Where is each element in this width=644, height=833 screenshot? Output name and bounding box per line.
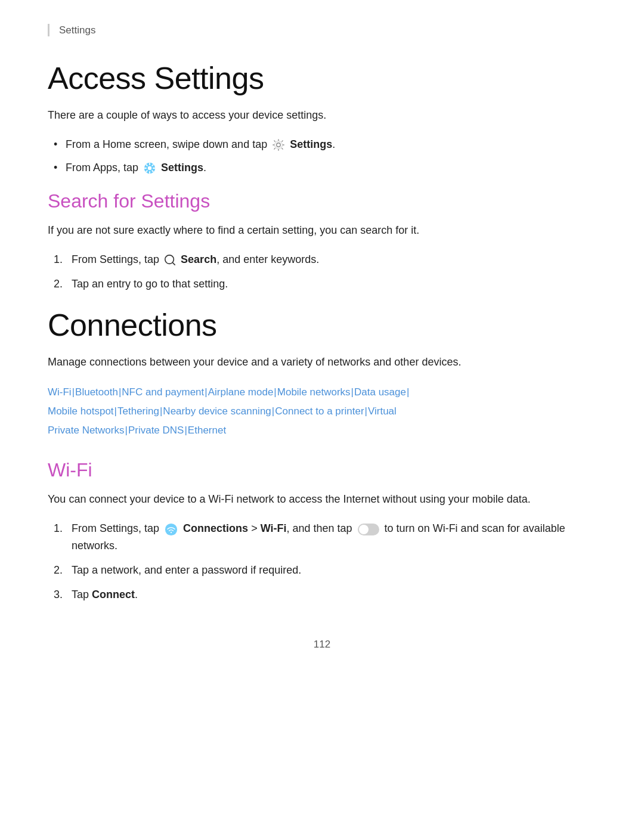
link-printer[interactable]: Connect to a printer: [275, 405, 364, 417]
wifi-step3-prefix: Tap: [72, 589, 89, 600]
access-settings-bullets: From a Home screen, swipe down and tap S…: [54, 136, 596, 176]
svg-line-5: [173, 263, 175, 265]
search-step1-bold: Search: [181, 253, 216, 265]
wifi-step1-bold1: Connections: [183, 522, 248, 534]
bullet2-bold: Settings: [161, 162, 203, 174]
bullet2-suffix: .: [203, 162, 206, 174]
search-step-2: 2. Tap an entry to go to that setting.: [54, 275, 596, 293]
link-vpn2[interactable]: Private Networks: [48, 425, 124, 436]
search-step1-prefix: From Settings, tap: [72, 253, 159, 265]
link-nfc[interactable]: NFC and payment: [122, 386, 204, 398]
link-wifi[interactable]: Wi-Fi: [48, 386, 72, 398]
wifi-step3-suffix: .: [135, 589, 138, 600]
search-step2-text: Tap an entry to go to that setting.: [72, 278, 228, 290]
connections-section: Connections Manage connections between y…: [48, 307, 596, 441]
access-settings-intro: There are a couple of ways to access you…: [48, 107, 596, 124]
gear-icon: [272, 138, 285, 151]
wifi-step1-middle: >: [251, 522, 261, 534]
wifi-step-2: 2. Tap a network, and enter a password i…: [54, 562, 596, 579]
wifi-step-1: 1. From Settings, tap Connections > Wi-F…: [54, 520, 596, 555]
wifi-step1-prefix: From Settings, tap: [72, 522, 159, 534]
connections-links: Wi-Fi|Bluetooth|NFC and payment|Airplane…: [48, 383, 596, 441]
bullet1-prefix: From a Home screen, swipe down and tap: [66, 138, 267, 150]
svg-point-9: [359, 525, 369, 534]
access-settings-title: Access Settings: [48, 60, 596, 96]
link-ethernet[interactable]: Ethernet: [188, 425, 226, 436]
wifi-step1-bold2: Wi-Fi: [261, 522, 287, 534]
svg-point-7: [171, 531, 172, 532]
connections-title: Connections: [48, 307, 596, 343]
link-data-usage[interactable]: Data usage: [354, 386, 406, 398]
link-bluetooth[interactable]: Bluetooth: [75, 386, 118, 398]
bullet1-bold: Settings: [290, 138, 332, 150]
access-settings-section: Access Settings There are a couple of wa…: [48, 60, 596, 176]
search-settings-intro: If you are not sure exactly where to fin…: [48, 222, 596, 239]
bullet-item-2: From Apps, tap Settings.: [54, 159, 596, 176]
search-step1-suffix: , and enter keywords.: [216, 253, 319, 265]
bullet2-prefix: From Apps, tap: [66, 162, 138, 174]
colored-gear-icon: [143, 162, 156, 175]
wifi-step1-suffix1: , and then tap: [286, 522, 352, 534]
bullet1-suffix: .: [332, 138, 335, 150]
wifi-step2-text: Tap a network, and enter a password if r…: [72, 564, 301, 576]
wifi-steps: 1. From Settings, tap Connections > Wi-F…: [54, 520, 596, 603]
search-step-1: 1. From Settings, tap Search, and enter …: [54, 251, 596, 268]
wifi-intro: You can connect your device to a Wi-Fi n…: [48, 491, 596, 508]
breadcrumb-label: Settings: [59, 24, 95, 36]
svg-point-1: [275, 141, 283, 149]
link-mobile-networks[interactable]: Mobile networks: [277, 386, 351, 398]
wifi-step3-bold: Connect: [92, 589, 135, 600]
link-hotspot[interactable]: Mobile hotspot: [48, 405, 114, 417]
page-number: 112: [48, 639, 596, 651]
svg-point-3: [148, 166, 151, 170]
search-settings-section: Search for Settings If you are not sure …: [48, 190, 596, 292]
link-private-dns[interactable]: Private DNS: [128, 425, 184, 436]
link-tethering[interactable]: Tethering: [117, 405, 159, 417]
connections-wifi-icon: [165, 523, 178, 536]
bullet-item-1: From a Home screen, swipe down and tap S…: [54, 136, 596, 153]
wifi-section: Wi-Fi You can connect your device to a W…: [48, 459, 596, 603]
wifi-step-3: 3. Tap Connect.: [54, 586, 596, 603]
link-vpn[interactable]: Virtual: [368, 405, 397, 417]
search-settings-title: Search for Settings: [48, 190, 596, 212]
svg-point-0: [277, 143, 280, 147]
link-nearby[interactable]: Nearby device scanning: [163, 405, 271, 417]
breadcrumb: Settings: [48, 24, 596, 36]
link-airplane[interactable]: Airplane mode: [208, 386, 274, 398]
connections-intro: Manage connections between your device a…: [48, 354, 596, 371]
search-settings-steps: 1. From Settings, tap Search, and enter …: [54, 251, 596, 293]
wifi-title: Wi-Fi: [48, 459, 596, 481]
search-circle-icon: [164, 254, 176, 266]
toggle-icon: [358, 524, 379, 535]
